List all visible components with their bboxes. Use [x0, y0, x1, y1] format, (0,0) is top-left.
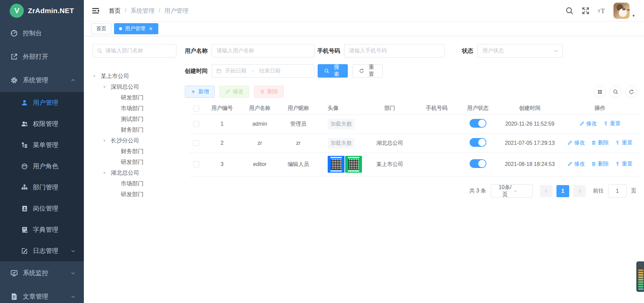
key-icon	[603, 121, 608, 126]
chevron-down-icon	[553, 48, 558, 53]
prev-page-button[interactable]	[540, 185, 552, 197]
sidebar-item-menu-mgmt[interactable]: 菜单管理	[0, 134, 84, 156]
page-number-1[interactable]: 1	[556, 185, 569, 197]
trash-icon	[591, 161, 596, 167]
caret-down-icon[interactable]: ▾	[103, 138, 111, 143]
monitor-icon	[10, 269, 18, 277]
tree-node[interactable]: 财务部门	[93, 146, 176, 157]
delete-link[interactable]: 删除	[591, 139, 609, 146]
tree-node[interactable]: ▾深圳总公司	[93, 81, 176, 92]
delete-user-button[interactable]: 删除	[254, 86, 284, 98]
tree-node[interactable]: ▾某上市公司	[93, 71, 176, 81]
goto-page: 前往 页	[593, 184, 636, 198]
cell-actions: 修改删除重置	[561, 153, 639, 176]
dept-search-input[interactable]: 请输入部门名称	[93, 44, 176, 57]
wechat-qr-image[interactable]	[345, 156, 362, 173]
sidebar-item-external[interactable]: 外部打开	[0, 45, 84, 69]
delete-link[interactable]: 删除	[591, 161, 609, 168]
tree-node[interactable]: ▾长沙分公司	[93, 135, 176, 146]
date-range-input[interactable]: 开始日期 - 结束日期	[212, 64, 314, 78]
edit-link[interactable]: 修改	[567, 161, 585, 168]
sidebar-item-perm-mgmt[interactable]: 权限管理	[0, 113, 84, 134]
avatar[interactable]	[613, 3, 630, 19]
sidebar-item-dept-mgmt[interactable]: 部门管理	[0, 177, 84, 198]
app-logo[interactable]: V ZrAdmin.NET	[0, 0, 84, 21]
sidebar-item-system[interactable]: 系统管理	[0, 69, 84, 92]
toggle-search-icon[interactable]	[609, 86, 622, 98]
cell-avatar: 加载失败	[318, 134, 363, 153]
sidebar-item-user-mgmt[interactable]: 用户管理	[0, 92, 84, 113]
user-status-toggle[interactable]	[470, 119, 486, 128]
tree-node[interactable]: 市场部门	[93, 103, 176, 114]
reset-link[interactable]: 重置	[615, 139, 633, 146]
col-header: 创建时间	[499, 103, 561, 114]
sidebar-item-article-mgmt[interactable]: 文章管理	[0, 285, 84, 303]
reset-link[interactable]: 重置	[603, 120, 621, 127]
edit-link[interactable]: 修改	[579, 120, 597, 127]
tree-node[interactable]: 研发部门	[93, 189, 176, 200]
page-size-select[interactable]: 10条/页	[491, 184, 533, 198]
goto-label: 前往	[593, 187, 604, 194]
sidebar-item-post-mgmt[interactable]: 岗位管理	[0, 198, 84, 219]
tree-node[interactable]: 研发部门	[93, 157, 176, 167]
close-icon[interactable]	[148, 26, 153, 31]
next-page-button[interactable]	[573, 185, 586, 197]
edge-meter-widget[interactable]	[636, 261, 644, 292]
tree-node[interactable]: 市场部门	[93, 178, 176, 189]
robot-face-icon	[21, 163, 28, 170]
add-user-button[interactable]: 新增	[185, 86, 215, 98]
sidebar-item-user-role[interactable]: 用户角色	[0, 156, 84, 177]
key-icon	[615, 140, 620, 145]
sidebar-item-log-mgmt[interactable]: 日志管理	[0, 240, 84, 261]
row-checkbox[interactable]	[193, 161, 199, 167]
username-label: 用户名称	[185, 47, 208, 55]
col-header: 用户昵称	[279, 103, 318, 114]
tree-node[interactable]: 财务部门	[93, 124, 176, 135]
refresh-table-icon[interactable]	[625, 86, 637, 98]
cell-nickname: 编辑人员	[279, 153, 318, 176]
reset-button[interactable]: 重置	[353, 64, 383, 78]
row-checkbox[interactable]	[193, 121, 199, 127]
dept-search-placeholder: 请输入部门名称	[106, 47, 143, 54]
breadcrumb-item[interactable]: 系统管理	[130, 7, 155, 15]
username-input[interactable]	[212, 44, 314, 57]
article-icon	[10, 293, 18, 301]
cell-avatar	[318, 153, 363, 176]
user-status-toggle[interactable]	[470, 159, 486, 168]
search-icon[interactable]	[565, 6, 574, 15]
caret-down-icon[interactable]: ▾	[103, 84, 111, 89]
dashboard-icon	[10, 29, 18, 37]
tree-node[interactable]: 测试部门	[93, 114, 176, 124]
sidebar-fold-icon[interactable]	[91, 6, 100, 15]
caret-down-icon[interactable]: ▾	[103, 170, 111, 175]
sidebar-item-dict-mgmt[interactable]: 字典管理	[0, 219, 84, 240]
user-menu[interactable]: ▾	[613, 3, 635, 19]
breadcrumb-item[interactable]: 首页	[109, 7, 121, 15]
search-button[interactable]: 搜索	[318, 64, 348, 78]
tree-node[interactable]: 研发部门	[93, 92, 176, 103]
reset-link[interactable]: 重置	[615, 161, 633, 168]
edit-user-button[interactable]: 修改	[219, 86, 249, 98]
goto-page-input[interactable]	[608, 184, 627, 198]
svg-text:T: T	[601, 7, 605, 14]
fullscreen-icon[interactable]	[581, 6, 590, 15]
table-row: 2zrzr加载失败湖北总公司2021-07-05 17:29:13修改删除重置	[189, 134, 639, 153]
edit-link[interactable]: 修改	[567, 139, 585, 146]
columns-grid-icon[interactable]	[594, 86, 606, 98]
tab-user-mgmt[interactable]: 用户管理	[114, 23, 158, 34]
caret-down-icon[interactable]: ▾	[93, 74, 101, 79]
sidebar-item-dashboard[interactable]: 控制台	[0, 21, 84, 45]
select-all-checkbox[interactable]	[193, 105, 199, 112]
sidebar-item-sys-monitor[interactable]: 系统监控	[0, 261, 84, 285]
page-unit: 页	[631, 187, 636, 194]
trash-icon	[591, 140, 596, 145]
alipay-qr-image[interactable]	[328, 156, 344, 173]
status-select[interactable]: 用户状态	[477, 44, 563, 57]
tab-home[interactable]: 首页	[91, 23, 111, 34]
created-label: 创建时间	[185, 67, 208, 75]
phone-input[interactable]	[344, 44, 445, 57]
font-size-icon[interactable]: TT	[597, 6, 606, 15]
row-checkbox[interactable]	[193, 140, 199, 146]
tree-node[interactable]: ▾湖北总公司	[93, 167, 176, 178]
user-status-toggle[interactable]	[470, 138, 486, 147]
